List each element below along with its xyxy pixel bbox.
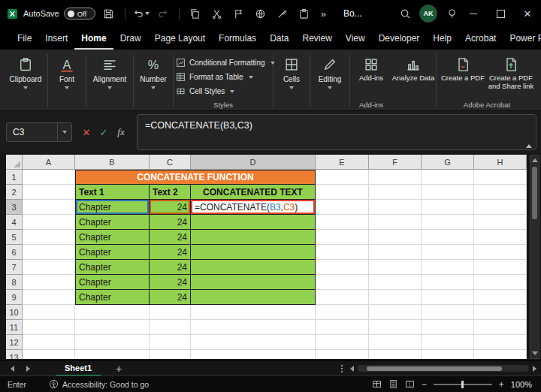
tab-view[interactable]: View — [339, 27, 372, 50]
empty-cell[interactable] — [369, 200, 422, 215]
row-header-3[interactable]: 3 — [6, 200, 23, 215]
copy-icon[interactable] — [187, 4, 204, 23]
empty-cell[interactable] — [191, 305, 316, 320]
empty-cell[interactable] — [150, 320, 191, 335]
conditional-formatting-button[interactable]: Conditional Formatting — [174, 56, 272, 70]
cell-c2[interactable]: Text 2 — [150, 185, 191, 200]
empty-cell[interactable] — [23, 215, 75, 230]
alignment-group-button[interactable]: Alignment — [87, 52, 132, 110]
empty-cell[interactable] — [316, 170, 369, 185]
empty-cell[interactable] — [474, 230, 527, 245]
empty-cell[interactable] — [23, 200, 75, 215]
empty-cell[interactable] — [422, 215, 474, 230]
empty-cell[interactable] — [75, 350, 150, 359]
paste-icon[interactable] — [296, 4, 313, 23]
empty-cell[interactable] — [316, 200, 369, 215]
scroll-right-icon[interactable] — [533, 366, 536, 372]
row-header-5[interactable]: 5 — [6, 230, 23, 245]
empty-cell[interactable] — [474, 185, 527, 200]
empty-cell[interactable] — [369, 230, 422, 245]
autosave-toggle[interactable]: Off — [64, 8, 95, 20]
tab-developer[interactable]: Developer — [372, 27, 427, 50]
formula-input[interactable]: =CONCATENATE(B3,C3) — [137, 114, 536, 150]
confirm-entry-button[interactable]: ✓ — [95, 122, 112, 142]
hscroll-track[interactable] — [358, 365, 529, 372]
cell-b8[interactable]: Chapter — [75, 275, 150, 290]
empty-cell[interactable] — [23, 335, 75, 350]
empty-cell[interactable] — [422, 275, 474, 290]
insert-function-button[interactable]: fx — [113, 122, 129, 142]
cell-d2[interactable]: CONCATENATED TEXT — [191, 185, 316, 200]
row-header-7[interactable]: 7 — [6, 260, 23, 275]
empty-cell[interactable] — [422, 320, 474, 335]
scroll-down-icon[interactable] — [532, 351, 538, 355]
empty-cell[interactable] — [191, 335, 316, 350]
empty-cell[interactable] — [474, 305, 527, 320]
horizontal-scrollbar[interactable] — [350, 365, 536, 372]
minimize-button[interactable] — [460, 0, 487, 27]
empty-cell[interactable] — [474, 335, 527, 350]
cell-c8[interactable]: 24 — [150, 275, 191, 290]
create-pdf-share-button[interactable]: Create a PDF and Share link — [488, 57, 534, 91]
cells-group-button[interactable]: Cells — [274, 52, 309, 110]
accessibility-status[interactable]: Accessibility: Good to go — [49, 379, 149, 389]
cell-c4[interactable]: 24 — [150, 215, 191, 230]
empty-cell[interactable] — [75, 320, 150, 335]
cell-d8[interactable] — [191, 275, 316, 290]
column-header-e[interactable]: E — [316, 155, 369, 170]
empty-cell[interactable] — [316, 350, 369, 359]
empty-cell[interactable] — [422, 230, 474, 245]
cell-d6[interactable] — [191, 245, 316, 260]
cell-d9[interactable] — [191, 290, 316, 305]
row-header-9[interactable]: 9 — [6, 290, 23, 305]
empty-cell[interactable] — [75, 305, 150, 320]
sheet-tab-sheet1[interactable]: Sheet1 — [56, 361, 101, 376]
empty-cell[interactable] — [316, 320, 369, 335]
empty-cell[interactable] — [316, 275, 369, 290]
empty-cell[interactable] — [23, 320, 75, 335]
empty-cell[interactable] — [316, 335, 369, 350]
empty-cell[interactable] — [316, 230, 369, 245]
tab-help[interactable]: Help — [426, 27, 458, 50]
row-header-4[interactable]: 4 — [6, 215, 23, 230]
empty-cell[interactable] — [474, 350, 527, 359]
tab-draw[interactable]: Draw — [113, 27, 148, 50]
close-button[interactable]: ✕ — [514, 0, 541, 27]
editing-group-button[interactable]: Editing — [311, 52, 349, 110]
empty-cell[interactable] — [422, 200, 474, 215]
normal-view-icon[interactable] — [372, 379, 382, 389]
empty-cell[interactable] — [474, 170, 527, 185]
empty-cell[interactable] — [150, 350, 191, 359]
tab-file[interactable]: File — [11, 27, 38, 50]
zoom-in-button[interactable]: + — [499, 379, 504, 390]
row-header-10[interactable]: 10 — [6, 305, 23, 320]
empty-cell[interactable] — [316, 305, 369, 320]
hscroll-thumb[interactable] — [367, 366, 502, 371]
sheet-options-dots[interactable] — [334, 365, 350, 372]
empty-cell[interactable] — [369, 350, 422, 359]
empty-cell[interactable] — [23, 350, 75, 359]
empty-cell[interactable] — [369, 215, 422, 230]
chevron-down-icon[interactable] — [62, 131, 67, 134]
row-header-11[interactable]: 11 — [6, 320, 23, 335]
zoom-level[interactable]: 100% — [511, 380, 532, 389]
column-header-d[interactable]: D — [191, 155, 316, 170]
column-header-a[interactable]: A — [23, 155, 75, 170]
empty-cell[interactable] — [23, 290, 75, 305]
empty-cell[interactable] — [23, 230, 75, 245]
select-all-corner[interactable] — [6, 155, 23, 170]
empty-cell[interactable] — [316, 215, 369, 230]
empty-cell[interactable] — [422, 350, 474, 359]
empty-cell[interactable] — [23, 185, 75, 200]
clipboard-group-button[interactable]: Clipboard — [5, 52, 47, 110]
cell-d3-editing[interactable]: =CONCATENATE(B3,C3) — [191, 200, 316, 215]
row-header-13[interactable]: 13 — [6, 350, 23, 359]
empty-cell[interactable] — [369, 305, 422, 320]
cell-c6[interactable]: 24 — [150, 245, 191, 260]
cell-b7[interactable]: Chapter — [75, 260, 150, 275]
empty-cell[interactable] — [369, 260, 422, 275]
tab-review[interactable]: Review — [295, 27, 338, 50]
column-header-g[interactable]: G — [422, 155, 474, 170]
add-sheet-button[interactable]: + — [113, 362, 125, 375]
empty-cell[interactable] — [474, 275, 527, 290]
